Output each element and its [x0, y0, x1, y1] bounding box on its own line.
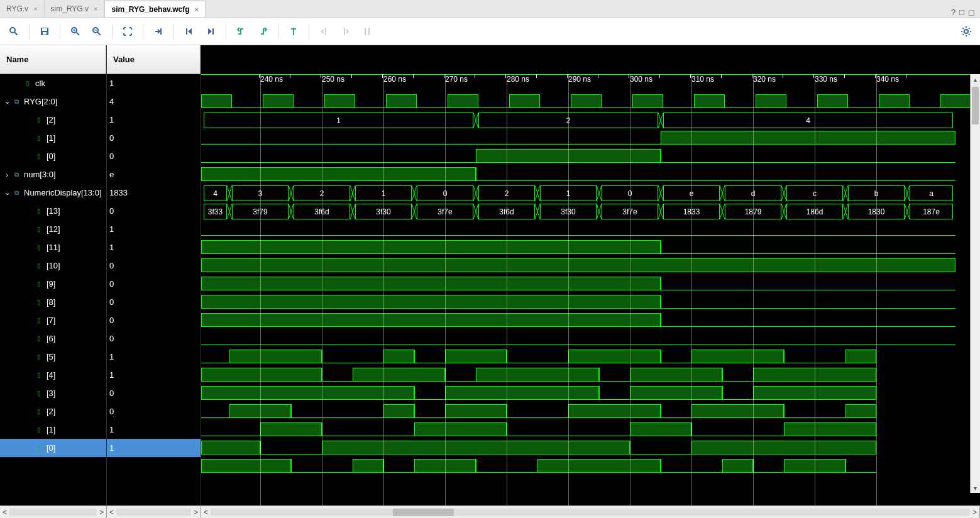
signal-row[interactable]: ⌄⧉NumericDisplay[13:0]: [0, 184, 106, 202]
add-marker-icon[interactable]: [285, 23, 302, 40]
signal-value: 1: [109, 243, 114, 252]
signal-row[interactable]: ▯[5]: [0, 348, 106, 366]
signal-row[interactable]: ▯[13]: [0, 202, 106, 220]
signal-value-list[interactable]: 14100e183301100000110011: [107, 74, 201, 505]
signal-value-row[interactable]: 0: [107, 311, 201, 329]
signal-row[interactable]: ▯[1]: [0, 129, 106, 147]
name-panel: Name ▯clk⌄⧉RYG[2:0]▯[2]▯[1]▯[0]›⧉num[3:0…: [0, 45, 107, 505]
go-to-start-icon[interactable]: [180, 23, 198, 40]
close-icon[interactable]: ×: [33, 5, 37, 13]
signal-value: e: [109, 170, 114, 179]
tab-sim-ryg[interactable]: sim_RYG.v×: [45, 1, 105, 17]
collapse-icon[interactable]: ⌄: [3, 189, 11, 197]
signal-name: [1]: [47, 133, 55, 143]
signal-value-row[interactable]: 0: [107, 202, 201, 220]
value-hscroll[interactable]: < >: [107, 506, 201, 518]
tab-wcfg[interactable]: sim_RYG_behav.wcfg×: [104, 1, 205, 17]
waveform-panel[interactable]: 240 ns250 ns260 ns270 ns280 ns290 ns300 …: [201, 45, 980, 505]
signal-value-row[interactable]: 1: [107, 238, 201, 256]
signal-row[interactable]: ▯[9]: [0, 275, 106, 293]
close-icon[interactable]: ×: [195, 6, 199, 13]
scroll-right-icon[interactable]: >: [194, 508, 198, 517]
signal-value-row[interactable]: 1: [107, 439, 201, 457]
signal-value-row[interactable]: 1: [107, 366, 201, 384]
zoom-in-icon[interactable]: [67, 23, 84, 40]
settings-icon[interactable]: [957, 23, 975, 40]
zoom-fit-icon[interactable]: [119, 23, 136, 40]
signal-row[interactable]: ▯[2]: [0, 402, 106, 421]
scroll-left-icon[interactable]: <: [3, 508, 7, 517]
signal-value-row[interactable]: 1: [107, 421, 201, 439]
help-icon[interactable]: ?: [951, 8, 955, 17]
save-icon[interactable]: [36, 23, 53, 40]
signal-row[interactable]: ▯[4]: [0, 366, 106, 384]
signal-row[interactable]: ▯[7]: [0, 311, 106, 329]
prev-marker-icon[interactable]: [316, 23, 333, 40]
tab-ryg[interactable]: RYG.v×: [0, 1, 45, 17]
signal-row[interactable]: ▯[10]: [0, 256, 106, 275]
signal-row[interactable]: ›⧉num[3:0]: [0, 165, 106, 184]
scroll-left-icon[interactable]: <: [204, 508, 208, 517]
signal-row[interactable]: ▯[1]: [0, 421, 106, 439]
signal-value-row[interactable]: 4: [107, 92, 201, 111]
waveform-rows[interactable]: 12443210210edcba3f333f793f6d3f303f7e3f6d…: [201, 93, 970, 505]
signal-value: 0: [109, 279, 114, 289]
time-ruler[interactable]: 240 ns250 ns260 ns270 ns280 ns290 ns300 …: [201, 74, 970, 93]
signal-value-row[interactable]: e: [107, 165, 201, 184]
go-to-end-icon[interactable]: [202, 23, 219, 40]
signal-row[interactable]: ▯clk: [0, 74, 106, 92]
signal-row[interactable]: ▯[2]: [0, 111, 106, 129]
signal-row[interactable]: ⌄⧉RYG[2:0]: [0, 92, 106, 111]
name-header[interactable]: Name: [0, 45, 106, 74]
search-icon[interactable]: [5, 23, 23, 40]
signal-value-row[interactable]: 0: [107, 129, 201, 147]
signal-value-row[interactable]: 0: [107, 329, 201, 348]
signal-value-row[interactable]: 1: [107, 348, 201, 366]
wave-hscroll[interactable]: < >: [201, 506, 980, 518]
scroll-down-icon[interactable]: ▾: [971, 483, 980, 493]
value-header[interactable]: Value: [107, 45, 201, 74]
signal-row[interactable]: ▯[0]: [0, 147, 106, 165]
signal-value-row[interactable]: 0: [107, 275, 201, 293]
signal-value-row[interactable]: 1: [107, 220, 201, 238]
signal-name: [11]: [47, 243, 60, 252]
name-hscroll[interactable]: < >: [0, 506, 107, 518]
zoom-out-icon[interactable]: [88, 23, 106, 40]
svg-point-0: [10, 28, 15, 33]
signal-type-icon: ▯: [34, 370, 44, 380]
vertical-scrollbar[interactable]: ▴ ▾: [970, 74, 980, 493]
restore-icon[interactable]: ◻: [968, 8, 975, 17]
signal-row[interactable]: ▯[12]: [0, 220, 106, 238]
scrollbar-thumb[interactable]: [972, 87, 979, 124]
signal-row[interactable]: ▯[6]: [0, 329, 106, 348]
maximize-icon[interactable]: □: [959, 8, 964, 17]
signal-row[interactable]: ▯[3]: [0, 384, 106, 402]
collapse-icon[interactable]: ⌄: [3, 97, 11, 106]
prev-transition-icon[interactable]: [233, 23, 250, 40]
next-marker-icon[interactable]: [337, 23, 355, 40]
next-transition-icon[interactable]: [254, 23, 272, 40]
close-icon[interactable]: ×: [94, 5, 97, 13]
signal-value-row[interactable]: 0: [107, 384, 201, 402]
signal-value-row[interactable]: 1: [107, 74, 201, 92]
signal-name-list[interactable]: ▯clk⌄⧉RYG[2:0]▯[2]▯[1]▯[0]›⧉num[3:0]⌄⧉Nu…: [0, 74, 106, 505]
signal-value-row[interactable]: 0: [107, 293, 201, 311]
signal-value-row[interactable]: 0: [107, 147, 201, 165]
signal-row[interactable]: ▯[0]: [0, 439, 106, 457]
signal-value-row[interactable]: 1833: [107, 184, 201, 202]
scroll-up-icon[interactable]: ▴: [971, 74, 980, 84]
swap-markers-icon[interactable]: [358, 23, 376, 40]
scroll-right-icon[interactable]: >: [99, 508, 104, 517]
signal-value: 0: [109, 389, 114, 398]
go-to-cursor-icon[interactable]: [150, 23, 167, 40]
signal-value-row[interactable]: 0: [107, 402, 201, 421]
signal-row[interactable]: ▯[8]: [0, 293, 106, 311]
scrollbar-thumb[interactable]: [393, 509, 454, 516]
signal-row[interactable]: ▯[11]: [0, 238, 106, 256]
scroll-left-icon[interactable]: <: [109, 508, 114, 517]
bus-value: a: [910, 185, 953, 201]
expand-icon[interactable]: ›: [3, 171, 11, 179]
signal-value-row[interactable]: 0: [107, 256, 201, 275]
scroll-right-icon[interactable]: >: [972, 508, 977, 517]
signal-value-row[interactable]: 1: [107, 111, 201, 129]
